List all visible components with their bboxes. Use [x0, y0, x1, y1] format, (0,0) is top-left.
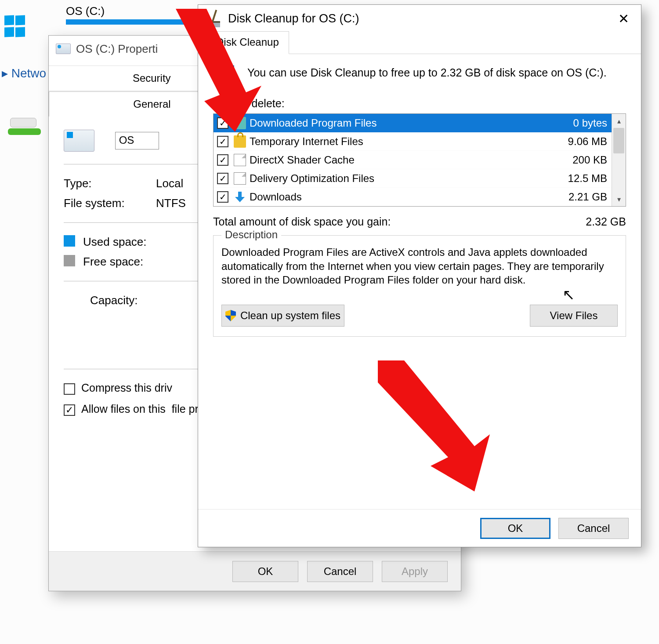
file-size: 9.06 MB [568, 135, 607, 148]
files-to-delete-label: Files to delete: [213, 97, 626, 110]
disk-cleanup-title: Disk Cleanup for OS (C:) [228, 12, 359, 25]
drive-large-icon [64, 130, 94, 152]
file-checkbox[interactable] [217, 136, 228, 147]
file-checkbox[interactable] [217, 191, 228, 203]
properties-cancel-button[interactable]: Cancel [307, 561, 373, 582]
capacity-label: Capacity: [90, 294, 138, 307]
file-row[interactable]: Delivery Optimization Files12.5 MB [214, 169, 612, 188]
lock-icon [234, 135, 246, 148]
file-checkbox[interactable] [217, 117, 228, 129]
scroll-up-button[interactable]: ▴ [612, 114, 626, 128]
files-scrollbar[interactable]: ▴ ▾ [612, 114, 626, 206]
file-name: Downloaded Program Files [250, 117, 569, 129]
used-space-label: Used space: [83, 235, 147, 249]
file-size: 0 bytes [573, 117, 607, 129]
file-row[interactable]: Downloaded Program Files0 bytes [214, 114, 612, 132]
filesystem-label: File system: [64, 196, 156, 210]
total-gain-label: Total amount of disk space you gain: [213, 215, 391, 228]
disk-cleanup-dialog: Disk Cleanup for OS (C:) ✕ Disk Cleanup … [198, 4, 641, 547]
file-row[interactable]: Temporary Internet Files9.06 MB [214, 132, 612, 151]
type-value: Local [156, 177, 183, 190]
properties-ok-button[interactable]: OK [232, 561, 298, 582]
file-size: 12.5 MB [568, 172, 607, 185]
file-name: Delivery Optimization Files [250, 172, 564, 185]
used-space-swatch [64, 235, 75, 247]
file-row[interactable]: DirectX Shader Cache200 KB [214, 151, 612, 169]
tab-disk-cleanup[interactable]: Disk Cleanup [206, 31, 289, 54]
close-button[interactable]: ✕ [614, 9, 633, 28]
properties-apply-button: Apply [382, 561, 448, 582]
drive-name-input[interactable]: OS [115, 132, 159, 149]
drive-icon [56, 44, 71, 54]
total-gain-value: 2.32 GB [586, 215, 626, 228]
file-checkbox[interactable] [217, 154, 228, 166]
file-name: DirectX Shader Cache [250, 154, 568, 166]
file-size: 2.21 GB [568, 191, 607, 203]
network-drive-icon [8, 114, 41, 138]
cleanup-cancel-button[interactable]: Cancel [558, 518, 629, 539]
drive-usage-bar [66, 19, 193, 25]
file-row[interactable]: Downloads2.21 GB [214, 188, 612, 206]
network-link-label: Netwo [11, 66, 46, 80]
type-label: Type: [64, 177, 156, 190]
explorer-drive-label[interactable]: OS (C:) [66, 4, 105, 18]
cleanup-info-icon [215, 65, 235, 86]
disk-cleanup-icon [206, 11, 222, 26]
file-name: Downloads [250, 191, 564, 203]
description-text: Downloaded Program Files are ActiveX con… [221, 245, 618, 287]
down-icon [234, 191, 246, 203]
explorer-network-link[interactable]: ▸ Netwo [2, 66, 46, 80]
scroll-thumb[interactable] [613, 128, 624, 153]
doc-icon [234, 154, 246, 166]
file-size: 200 KB [572, 154, 607, 166]
clean-system-files-button[interactable]: Clean up system files [221, 305, 344, 327]
compress-checkbox[interactable] [64, 383, 75, 395]
allow-index-checkbox[interactable] [64, 404, 75, 416]
cleanup-info-text: You can use Disk Cleanup to free up to 2… [247, 65, 607, 86]
clean-system-files-label: Clean up system files [240, 309, 340, 322]
description-header: Description [221, 229, 281, 241]
folder-icon [234, 117, 246, 129]
scroll-down-button[interactable]: ▾ [612, 192, 626, 206]
filesystem-value: NTFS [156, 196, 186, 210]
properties-title: OS (C:) Properti [76, 42, 158, 56]
windows-logo-icon [4, 15, 26, 37]
mouse-cursor-icon: ↖ [562, 286, 575, 303]
view-files-button[interactable]: View Files [530, 305, 618, 327]
free-space-swatch [64, 255, 75, 266]
cleanup-ok-button[interactable]: OK [480, 518, 550, 539]
uac-shield-icon [225, 310, 236, 321]
doc-icon [234, 172, 246, 185]
file-checkbox[interactable] [217, 173, 228, 184]
files-list: Downloaded Program Files0 bytesTemporary… [213, 113, 626, 207]
file-name: Temporary Internet Files [250, 135, 564, 148]
compress-label: Compress this driv [81, 382, 172, 394]
free-space-label: Free space: [83, 255, 143, 269]
